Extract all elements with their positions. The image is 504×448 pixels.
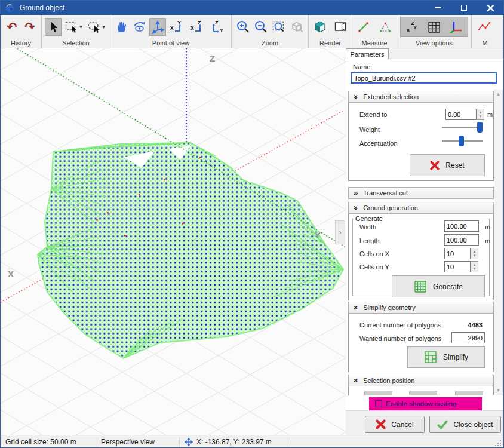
minimize-button[interactable] — [425, 1, 451, 15]
cells-x-label: Cells on X — [359, 250, 389, 257]
toolbar-group-label: Selection — [62, 39, 89, 47]
tab-parameters[interactable]: Parameters — [346, 48, 389, 59]
spin-down-icon[interactable]: ▾ — [474, 254, 476, 258]
panel-collapse-icon: › — [339, 228, 342, 237]
axis-labels-toggle-button[interactable]: Z x Y — [404, 18, 421, 36]
orbit-view-button[interactable] — [131, 18, 148, 36]
toolbar-group-label: Measure — [362, 39, 388, 47]
section-header-extended-selection[interactable]: » Extended selection — [348, 91, 494, 103]
name-input[interactable] — [351, 72, 497, 84]
maximize-button[interactable] — [451, 1, 477, 15]
rect-select-dropdown-icon[interactable]: ▾ — [79, 24, 82, 30]
weight-slider-handle[interactable] — [477, 122, 483, 133]
toolbar-group-partial: M — [472, 15, 498, 48]
section-header-transversal-cut[interactable]: » Transversal cut — [348, 187, 494, 199]
toolbar-group-label: M — [482, 39, 487, 47]
section-body-simplify-geometry: Current number of polygons 4483 Wanted n… — [348, 314, 494, 372]
chevron-expanded-icon: » — [353, 94, 359, 99]
simplify-button[interactable]: Simplify — [407, 346, 485, 368]
section-header-ground-generation[interactable]: » Ground generation — [348, 202, 494, 214]
orbit-eye-icon — [133, 20, 147, 34]
render-solid-button[interactable] — [312, 18, 328, 36]
undo-icon: ↶ — [7, 21, 17, 33]
sections-scrollbar[interactable]: ▲ ▼ — [494, 90, 503, 395]
toolbar-group-measure: Measure — [352, 15, 397, 48]
extend-to-spinner[interactable]: ▴ ▾ — [477, 109, 484, 120]
clipped-button[interactable] — [455, 391, 483, 395]
titlebar[interactable]: Ground object — [1, 1, 503, 15]
length-input[interactable] — [444, 234, 479, 246]
weight-slider[interactable] — [442, 122, 483, 133]
clipped-button[interactable] — [409, 391, 437, 395]
move-axes-button[interactable] — [149, 18, 166, 36]
view-xz-button[interactable]: x Z — [188, 18, 207, 36]
svg-text:Y: Y — [220, 27, 223, 33]
zoom-out-button[interactable] — [253, 18, 269, 36]
green-grid-simplified-icon — [424, 351, 437, 364]
section-title: Extended selection — [363, 93, 419, 100]
hand-icon — [115, 20, 129, 34]
toolbar-group-point-of-view: x Y x Z Z — [110, 15, 232, 48]
spin-down-icon[interactable]: ▾ — [474, 267, 476, 271]
profile-line-button[interactable] — [475, 18, 495, 36]
toolbar-group-label: Render — [319, 39, 341, 47]
section-header-selection-position[interactable]: » Selection position — [348, 375, 494, 386]
cells-y-input[interactable] — [444, 261, 471, 272]
sections-list: » Extended selection Extend to ▴ ▾ m Wei… — [348, 90, 494, 395]
rect-select-icon — [64, 20, 79, 34]
cells-y-spinner[interactable]: ▴ ▾ — [471, 261, 478, 272]
weight-label: Weight — [359, 126, 380, 133]
generate-button[interactable]: Generate — [392, 275, 485, 297]
close-button[interactable] — [477, 1, 503, 15]
zoom-window-icon — [272, 20, 286, 34]
viewport-3d[interactable]: Z X Y — [1, 48, 346, 435]
zoom-extents-button[interactable] — [288, 18, 305, 36]
status-view-mode: Perspective view — [96, 437, 180, 447]
panel-body: Name » Extended selection Extend to ▴ ▾ … — [346, 59, 504, 410]
lasso-select-dropdown-icon[interactable]: ▾ — [102, 24, 105, 30]
cancel-button[interactable]: Cancel — [365, 416, 425, 433]
select-cursor-button[interactable] — [45, 18, 62, 36]
scroll-down-icon[interactable]: ▼ — [494, 386, 502, 395]
cells-x-input[interactable] — [444, 248, 471, 259]
close-object-button[interactable]: Close object — [429, 416, 501, 433]
render-wireframe-button[interactable] — [332, 18, 349, 36]
cells-y-label: Cells on Y — [359, 263, 389, 271]
extend-to-input[interactable] — [445, 109, 477, 120]
section-header-simplify-geometry[interactable]: » Simplify geometry — [348, 302, 494, 314]
terrain-mesh-canvas[interactable]: Z X Y — [1, 48, 346, 435]
toolbar-group-view-options: Z x Y View — [397, 15, 472, 48]
section-title: Simplify geometry — [363, 304, 415, 311]
measure-distance-button[interactable] — [355, 18, 372, 36]
redo-button[interactable]: ↷ — [21, 18, 38, 36]
axis-x-label: X — [8, 269, 14, 279]
undo-button[interactable]: ↶ — [4, 18, 20, 36]
grid-toggle-button[interactable] — [426, 18, 442, 36]
section-title: Transversal cut — [363, 189, 408, 197]
slider-track — [442, 127, 483, 128]
scroll-up-icon[interactable]: ▲ — [494, 90, 502, 99]
spin-down-icon[interactable]: ▾ — [480, 115, 482, 119]
accentuation-slider-handle[interactable] — [459, 136, 464, 146]
zoom-window-button[interactable] — [271, 18, 287, 36]
measure-area-button[interactable] — [377, 18, 394, 36]
move-axes-icon — [150, 20, 165, 34]
pan-hand-button[interactable] — [113, 18, 130, 36]
reset-button[interactable]: Reset — [410, 154, 485, 176]
panel-collapse-handle[interactable]: › — [335, 220, 345, 244]
clipped-button[interactable] — [364, 391, 392, 395]
red-cross-icon — [430, 161, 440, 170]
rect-select-button[interactable]: ▾ — [63, 18, 84, 36]
view-xy-button[interactable]: x Y — [167, 18, 186, 36]
zoom-in-button[interactable] — [235, 18, 251, 36]
view-zy-button[interactable]: Z Y — [208, 18, 228, 36]
accentuation-slider[interactable] — [442, 136, 483, 146]
resize-grip[interactable] — [494, 439, 502, 447]
wanted-polygons-input[interactable] — [451, 332, 485, 343]
shadow-casting-checkbox[interactable] — [375, 400, 382, 407]
width-input[interactable] — [444, 220, 479, 232]
close-icon — [487, 4, 494, 12]
axes-toggle-button[interactable] — [447, 18, 464, 36]
lasso-select-button[interactable]: ▾ — [85, 18, 107, 36]
cells-x-spinner[interactable]: ▴ ▾ — [471, 248, 478, 259]
